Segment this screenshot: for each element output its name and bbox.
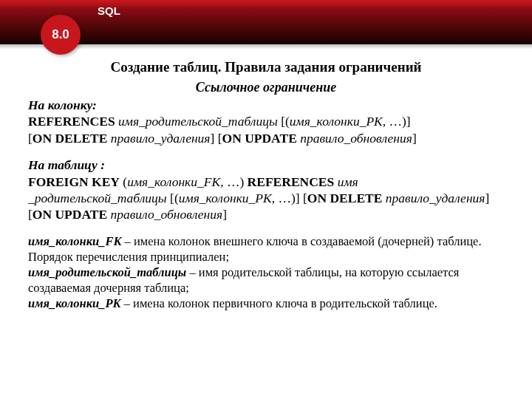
slide-title: Создание таблиц. Правила задания огранич… (28, 59, 504, 75)
kw-on-update: ON UPDATE (222, 131, 297, 146)
tbl-ellipsis2: , … (272, 191, 291, 205)
def2-term: имя_родительской_таблицы (28, 265, 186, 279)
kw-references-2: REFERENCES (248, 174, 335, 189)
sql-header-label: SQL (98, 4, 120, 17)
parent-table-line1: имя (338, 174, 358, 189)
column-constraint-syntax: На колонку: REFERENCES имя_родительской_… (28, 97, 504, 146)
kw-on-delete: ON DELETE (33, 131, 108, 146)
tbl-ellipsis1: , … (220, 174, 239, 189)
delete-rule: правило_удаления (111, 131, 211, 146)
kw-on-update-2: ON UPDATE (33, 207, 107, 222)
update-rule: правило_обновления (300, 131, 412, 146)
slide-subtitle: Ссылочное ограничение (28, 80, 504, 95)
def3-term: имя_колонки_PK (28, 296, 121, 310)
kw-on-delete-2: ON DELETE (307, 191, 383, 205)
pk-cols: имя_колонки_PK (290, 114, 383, 129)
table-lead: На таблицу : (28, 157, 105, 172)
def3-text: – имена колонок первичного ключа в родит… (121, 296, 437, 310)
delete-rule-2: правило_удаления (386, 191, 485, 205)
update-rule-2: правило_обновления (110, 207, 222, 222)
definitions: имя_колонки_FK – имена колонок внешнего … (28, 233, 504, 312)
version-badge: 8.0 (41, 15, 81, 55)
parent-table-line2: _родительской_таблицы (28, 191, 167, 205)
column-lead: На колонку: (28, 98, 97, 112)
fk-cols: имя_колонки_FK (127, 174, 220, 189)
col-ellipsis: , … (383, 114, 402, 129)
table-constraint-syntax: На таблицу : FOREIGN KEY (имя_колонки_FK… (28, 157, 504, 223)
parent-table: имя_родительской_таблицы (118, 114, 278, 129)
kw-references: REFERENCES (28, 114, 115, 129)
pk-cols-2: имя_колонки_PK (179, 191, 272, 205)
version-badge-text: 8.0 (52, 27, 69, 42)
slide-content: Создание таблиц. Правила задания огранич… (0, 46, 532, 311)
kw-foreign-key: FOREIGN KEY (28, 174, 120, 189)
def1-term: имя_колонки_FK (28, 234, 121, 248)
